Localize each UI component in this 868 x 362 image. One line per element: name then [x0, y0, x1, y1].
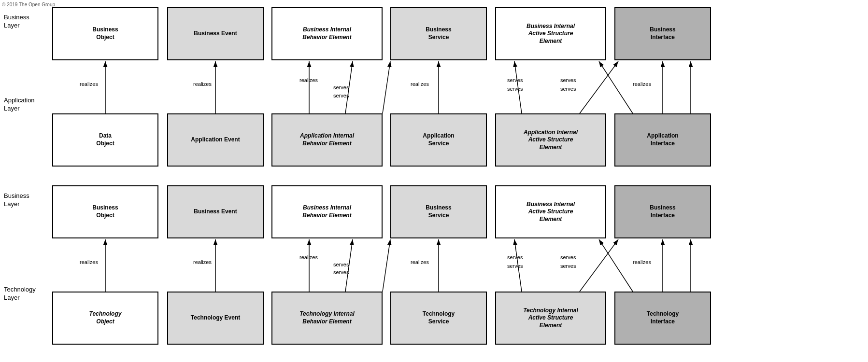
- d2-realizes2-label: realizes: [193, 259, 212, 265]
- d1-business-object-box: BusinessObject: [52, 7, 158, 60]
- d2-business-internal-box: Business InternalBehavior Element: [271, 185, 383, 238]
- d2-business-object-box: BusinessObject: [52, 185, 158, 238]
- d1-realizes4-label: realizes: [411, 81, 429, 87]
- d2-technology-layer-label: TechnologyLayer: [4, 286, 47, 302]
- d2-realizes5-label: realizes: [633, 259, 651, 265]
- svg-line-5: [383, 61, 390, 113]
- d1-business-internal-box: Business InternalBehavior Element: [271, 7, 383, 60]
- d1-application-layer-label: ApplicationLayer: [4, 97, 47, 113]
- d1-realizes5-label: realizes: [633, 81, 651, 87]
- d1-application-interface-box: ApplicationInterface: [614, 113, 711, 167]
- d2-technology-interface-box: TechnologyInterface: [614, 292, 711, 345]
- d2-serves3-label: serves: [507, 254, 523, 260]
- d1-application-internal-box: Application InternalBehavior Element: [271, 113, 383, 167]
- d1-realizes2-label: realizes: [193, 81, 212, 87]
- d2-serves1-label: serves: [333, 262, 349, 267]
- d1-serves3-label: serves: [507, 77, 523, 83]
- d1-application-event-box: Application Event: [167, 113, 264, 167]
- d2-business-service-box: BusinessService: [390, 185, 487, 238]
- svg-line-16: [383, 239, 390, 292]
- d2-technology-object-box: TechnologyObject: [52, 292, 158, 345]
- d1-application-service-box: ApplicationService: [390, 113, 487, 167]
- svg-line-9: [599, 61, 633, 113]
- d2-realizes3-label: realizes: [299, 254, 318, 260]
- d2-business-layer-label: BusinessLayer: [4, 192, 47, 209]
- d2-serves2-label: serves: [333, 269, 349, 275]
- d2-technology-service-box: TechnologyService: [390, 292, 487, 345]
- d1-realizes3-label: realizes: [299, 77, 318, 83]
- d1-business-active-box: Business InternalActive StructureElement: [495, 7, 606, 60]
- copyright-label: © 2019 The Open Group: [2, 2, 55, 7]
- d2-business-interface-box: BusinessInterface: [614, 185, 711, 238]
- d1-serves5-label: serves: [507, 86, 523, 92]
- d1-application-active-box: Application InternalActive StructureElem…: [495, 113, 606, 167]
- d1-realizes1-label: realizes: [80, 81, 98, 87]
- d1-serves2-label: serves: [333, 93, 349, 98]
- d1-business-interface-box: BusinessInterface: [614, 7, 711, 60]
- svg-line-19: [580, 239, 618, 292]
- d2-technology-event-box: Technology Event: [167, 292, 264, 345]
- d1-business-event-box: Business Event: [167, 7, 264, 60]
- d2-technology-active-box: Technology InternalActive StructureEleme…: [495, 292, 606, 345]
- d2-realizes1-label: realizes: [80, 259, 98, 265]
- d1-business-layer-label: BusinessLayer: [4, 14, 47, 30]
- svg-line-20: [599, 239, 633, 292]
- d1-serves4-label: serves: [560, 77, 576, 83]
- d2-business-active-box: Business InternalActive StructureElement: [495, 185, 606, 238]
- svg-line-8: [580, 61, 618, 113]
- d2-serves5-label: serves: [507, 263, 523, 269]
- d2-technology-internal-box: Technology InternalBehavior Element: [271, 292, 383, 345]
- d2-business-event-box: Business Event: [167, 185, 264, 238]
- d2-serves4-label: serves: [560, 254, 576, 260]
- d2-realizes4-label: realizes: [411, 259, 429, 265]
- d1-serves1-label: serves: [333, 84, 349, 90]
- d1-serves6-label: serves: [560, 86, 576, 92]
- diagram-container: © 2019 The Open Group BusinessLayer Appl…: [0, 0, 868, 362]
- d1-data-object-box: DataObject: [52, 113, 158, 167]
- d2-serves6-label: serves: [560, 263, 576, 269]
- d1-business-service-box: BusinessService: [390, 7, 487, 60]
